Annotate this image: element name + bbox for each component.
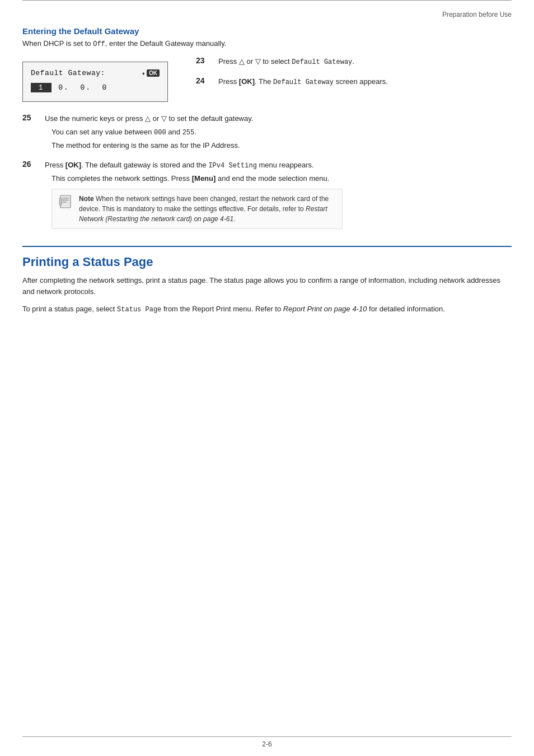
section2-para2: To print a status page, select Status Pa…	[22, 304, 512, 315]
section-printing-status: Printing a Status Page After completing …	[22, 246, 512, 316]
content-area: Entering the Default Gateway When DHCP i…	[0, 21, 534, 343]
para2-end: for detailed information.	[367, 305, 444, 313]
lcd-col: Default Gateway: ⬧ OK 1 0. 0. 0	[22, 56, 185, 102]
step-26-sub: This completes the network settings. Pre…	[51, 173, 512, 184]
intro-text: When DHCP is set to	[22, 39, 93, 48]
step-23: 23 Press △ or ▽ to select Default Gatewa…	[196, 56, 512, 69]
step-26-content: Press [OK]. The default gateway is store…	[45, 160, 512, 229]
step-23-number: 23	[196, 56, 213, 65]
note-title: Note	[79, 195, 94, 203]
bottom-area: 2-6	[0, 736, 534, 756]
step-24-content: Press [OK]. The Default Gateway screen a…	[218, 76, 512, 90]
header-section-label: Preparation before Use	[442, 11, 512, 18]
svg-rect-2	[62, 199, 69, 200]
ok-badge: OK	[147, 69, 160, 77]
top-rule	[22, 0, 512, 5]
note-box: Note When the network settings have been…	[51, 189, 343, 229]
step-25-code1: 000	[154, 129, 166, 137]
step-24-bold: [OK]	[239, 77, 255, 86]
step-25-sub2: The method for entering is the same as f…	[51, 140, 512, 151]
lcd-line2: 1 0. 0. 0	[31, 83, 160, 92]
lcd-line1: Default Gateway: ⬧ OK	[31, 69, 160, 77]
step-24: 24 Press [OK]. The Default Gateway scree…	[196, 76, 512, 90]
step-25-number: 25	[22, 113, 39, 122]
step-25: 25 Use the numeric keys or press △ or ▽ …	[22, 113, 512, 153]
page-number-row: 2-6	[22, 740, 512, 748]
section2-title: Printing a Status Page	[22, 246, 512, 269]
step-24-text: Press [OK]. The Default Gateway screen a…	[218, 76, 512, 87]
step-24-code: Default Gateway	[273, 78, 334, 86]
ip-seg-1-selected: 1	[31, 83, 51, 92]
note-icon	[58, 194, 73, 209]
para2-italic: Report Print on page 4-10	[283, 305, 367, 313]
ip-seg-dot1: 0. 0. 0	[53, 83, 107, 92]
two-col-layout: Default Gateway: ⬧ OK 1 0. 0. 0	[22, 56, 512, 102]
svg-rect-3	[62, 202, 67, 203]
svg-rect-1	[62, 198, 69, 199]
lcd-screen: Default Gateway: ⬧ OK 1 0. 0. 0	[22, 62, 168, 102]
notepad-svg-icon	[58, 194, 73, 209]
bottom-rule	[22, 736, 512, 737]
lcd-line1-text: Default Gateway:	[31, 69, 105, 77]
page-container: Preparation before Use Entering the Defa…	[0, 0, 534, 756]
step-26-menu-bold: [Menu]	[192, 174, 216, 183]
step-25-text: Use the numeric keys or press △ or ▽ to …	[45, 113, 512, 124]
step-25-sub1: You can set any value between 000 and 25…	[51, 127, 512, 138]
step-26-number: 26	[22, 160, 39, 169]
step-24-number: 24	[196, 76, 213, 85]
note-content: Note When the network settings have been…	[79, 194, 336, 224]
note-end: .	[233, 215, 235, 223]
page-header: Preparation before Use	[0, 5, 534, 21]
para2-before: To print a status page, select	[22, 305, 117, 313]
section-entering-gateway: Entering the Default Gateway When DHCP i…	[22, 26, 512, 229]
para2-code: Status Page	[117, 306, 161, 314]
steps-right-col: 23 Press △ or ▽ to select Default Gatewa…	[196, 56, 512, 102]
step-25-code2: 255	[182, 129, 195, 137]
para2-mid: from the Report Print menu. Refer to	[161, 305, 283, 313]
step-26-code: IPv4 Setting	[208, 162, 256, 170]
intro-code: Off	[93, 40, 105, 48]
step-23-code: Default Gateway	[292, 58, 352, 66]
step-26: 26 Press [OK]. The default gateway is st…	[22, 160, 512, 229]
note-text: When the network settings have been chan…	[79, 195, 329, 213]
lcd-nav-icon: ⬧ OK	[142, 69, 160, 77]
section1-title: Entering the Default Gateway	[22, 26, 512, 36]
step-25-content: Use the numeric keys or press △ or ▽ to …	[45, 113, 512, 153]
step-23-content: Press △ or ▽ to select Default Gateway.	[218, 56, 512, 69]
section1-intro: When DHCP is set to Off, enter the Defau…	[22, 39, 512, 48]
step-23-text: Press △ or ▽ to select Default Gateway.	[218, 56, 512, 67]
step-26-text: Press [OK]. The default gateway is store…	[45, 160, 512, 171]
step-26-bold: [OK]	[65, 161, 81, 169]
section2-para1: After completing the network settings, p…	[22, 275, 512, 298]
nav-arrows-icon: ⬧	[142, 70, 146, 77]
intro-end: , enter the Default Gateway manually.	[105, 39, 227, 48]
page-number: 2-6	[262, 740, 271, 748]
